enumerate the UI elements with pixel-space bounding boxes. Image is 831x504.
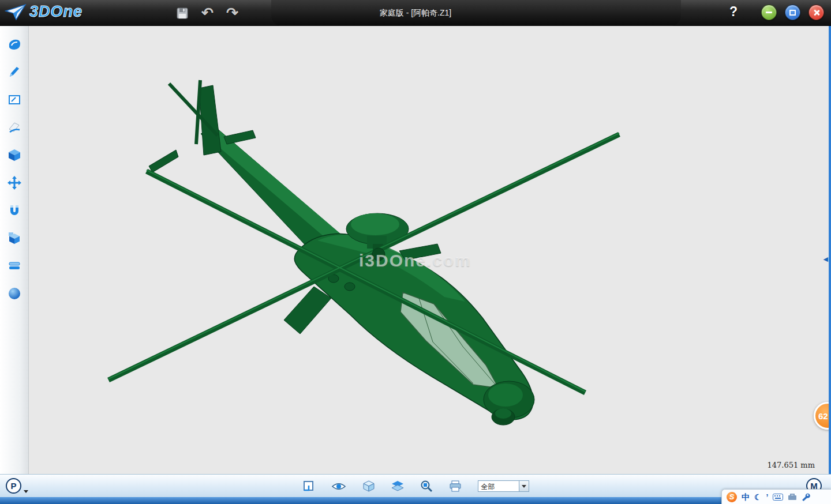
trim-tool-icon[interactable] — [4, 117, 25, 137]
paper-plane-icon — [5, 3, 27, 21]
feature-cube-icon[interactable] — [4, 145, 25, 165]
minimize-icon — [766, 12, 772, 13]
ime-language-toggle[interactable]: 中 — [742, 493, 750, 501]
wrench-icon[interactable] — [802, 492, 810, 501]
display-mode-icon[interactable] — [362, 480, 375, 492]
magnet-constraint-icon[interactable] — [4, 200, 25, 220]
app-window: 3DOne ↶ ↷ 家庭版 - [阿帕奇.Z1] ? — [0, 0, 831, 504]
maximize-icon — [789, 10, 796, 16]
titlebar-band — [271, 0, 681, 26]
entity-filter-select[interactable]: 全部 — [478, 480, 529, 492]
entity-filter-value: 全部 — [478, 481, 519, 491]
viewport-3d[interactable]: i3DOne.com 147.651 mm 62 ◀ — [29, 26, 831, 474]
layers-icon[interactable] — [391, 480, 404, 492]
minimize-button[interactable] — [761, 5, 777, 20]
sogou-logo-icon[interactable]: S — [727, 492, 737, 502]
datum-plane-icon[interactable] — [302, 480, 315, 492]
right-panel-strip[interactable] — [829, 26, 831, 474]
move-transform-icon[interactable] — [4, 172, 25, 193]
sketch-plane-icon[interactable] — [4, 89, 25, 110]
app-logo: 3DOne — [5, 3, 83, 21]
keyboard-icon[interactable] — [773, 494, 783, 501]
sketch-brush-icon[interactable] — [4, 62, 25, 82]
app-logo-text: 3DOne — [29, 3, 83, 21]
section-layers-icon[interactable] — [4, 255, 25, 276]
half-full-width-moon-icon[interactable]: ☾ — [754, 493, 762, 501]
main-area: i3DOne.com 147.651 mm 62 ◀ — [0, 26, 831, 474]
titlebar-quick-tools: ↶ ↷ — [176, 0, 238, 26]
print-icon[interactable] — [449, 480, 462, 492]
zoom-window-icon[interactable] — [420, 480, 433, 492]
measurement-label: 147.651 mm — [767, 461, 815, 469]
maximize-button[interactable] — [785, 5, 800, 20]
helicopter-model[interactable] — [29, 26, 831, 474]
close-button[interactable] — [808, 5, 824, 20]
help-icon[interactable]: ? — [729, 4, 738, 20]
close-icon — [813, 9, 820, 16]
bottom-toolbar: P — [0, 474, 831, 497]
titlebar: 3DOne ↶ ↷ 家庭版 - [阿帕奇.Z1] ? — [0, 0, 831, 26]
punctuation-toggle-icon[interactable]: ’ — [766, 493, 769, 501]
filter-dropdown-arrow-icon[interactable] — [519, 481, 529, 491]
undo-icon[interactable]: ↶ — [201, 6, 214, 20]
panel-collapse-arrow-icon[interactable]: ◀ — [823, 255, 828, 263]
material-sphere-icon[interactable] — [4, 283, 25, 303]
taskbar-strip — [0, 497, 831, 504]
ime-toolbar: S 中 ☾ ’ — [721, 489, 831, 504]
assembly-cube-icon[interactable] — [4, 228, 25, 248]
watermark: i3DOne.com — [359, 251, 471, 270]
view-tools: 全部 — [0, 475, 831, 498]
visibility-eye-icon[interactable] — [331, 482, 346, 491]
primitive-solid-icon[interactable] — [4, 34, 25, 54]
save-icon[interactable] — [176, 7, 189, 20]
left-toolbar — [0, 26, 29, 474]
window-controls — [761, 5, 824, 20]
redo-icon[interactable]: ↷ — [226, 6, 238, 20]
toolbox-icon[interactable] — [788, 493, 797, 501]
